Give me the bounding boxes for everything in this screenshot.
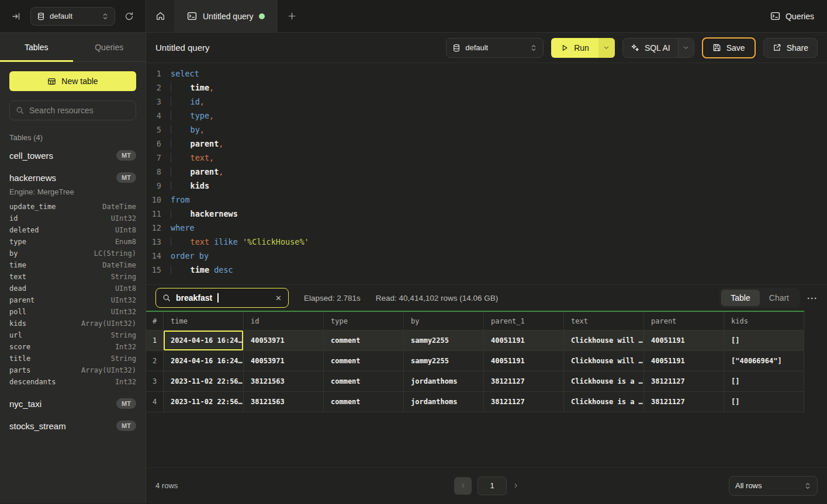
current-page-indicator[interactable]: 1 xyxy=(477,477,507,495)
schema-row[interactable]: parentUInt32 xyxy=(9,294,136,306)
sidebar-table-stocks-stream[interactable]: stocks_stream MT xyxy=(9,415,136,437)
results-search-input[interactable]: breakfast ✕ xyxy=(155,288,289,308)
sidebar-tab-queries[interactable]: Queries xyxy=(73,33,146,61)
collapse-sidebar-button[interactable] xyxy=(8,8,25,25)
sidebar-table-nyc-taxi[interactable]: nyc_taxi MT xyxy=(9,392,136,415)
code-line[interactable]: 8 parent, xyxy=(146,165,827,179)
table-cell[interactable]: comment xyxy=(324,392,404,412)
queries-button[interactable]: Queries xyxy=(770,11,814,21)
table-cell[interactable]: 38121127 xyxy=(644,392,724,412)
save-button[interactable]: Save xyxy=(702,37,756,58)
column-header[interactable]: parent_1 xyxy=(484,312,564,331)
schema-row[interactable]: urlString xyxy=(9,329,136,341)
code-line[interactable]: 3 id, xyxy=(146,95,827,109)
schema-row[interactable]: update_timeDateTime xyxy=(9,201,136,213)
column-header[interactable]: time xyxy=(164,312,244,331)
database-selector[interactable]: default xyxy=(30,7,115,26)
table-cell[interactable]: sammy2255 xyxy=(404,331,484,351)
view-mode-table[interactable]: Table xyxy=(721,290,759,306)
table-cell[interactable]: 40051191 xyxy=(644,331,724,351)
code-line[interactable]: 4 type, xyxy=(146,109,827,123)
table-cell[interactable]: Clickhouse is a … xyxy=(564,392,644,412)
sql-ai-options-button[interactable] xyxy=(678,39,694,57)
sidebar-table-cell-towers[interactable]: cell_towers MT xyxy=(9,144,136,166)
column-header[interactable]: by xyxy=(404,312,484,331)
table-cell[interactable]: sammy2255 xyxy=(404,351,484,371)
code-line[interactable]: 1select xyxy=(146,67,827,81)
code-line[interactable]: 12where xyxy=(146,221,827,235)
schema-row[interactable]: scoreInt32 xyxy=(9,341,136,353)
sidebar-tab-tables[interactable]: Tables xyxy=(0,33,73,61)
table-cell[interactable]: 40053971 xyxy=(244,351,324,371)
schema-row[interactable]: textString xyxy=(9,271,136,283)
table-cell[interactable]: 2023-11-02 22:56… xyxy=(164,392,244,412)
schema-row[interactable]: deletedUInt8 xyxy=(9,224,136,236)
code-line[interactable]: 7 text, xyxy=(146,151,827,165)
schema-row[interactable]: timeDateTime xyxy=(9,259,136,271)
code-line[interactable]: 14order by xyxy=(146,249,827,263)
table-cell[interactable]: 40051191 xyxy=(644,351,724,371)
code-line[interactable]: 15 time desc xyxy=(146,263,827,277)
code-line[interactable]: 2 time, xyxy=(146,81,827,95)
schema-row[interactable]: idUInt32 xyxy=(9,213,136,224)
table-cell[interactable]: jordanthoms xyxy=(404,371,484,392)
table-cell[interactable]: [] xyxy=(724,331,804,351)
schema-row[interactable]: deadUInt8 xyxy=(9,283,136,294)
column-header[interactable]: parent xyxy=(644,312,724,331)
table-cell[interactable]: 40051191 xyxy=(484,331,564,351)
code-line[interactable]: 6 parent, xyxy=(146,137,827,151)
schema-row[interactable]: descendantsInt32 xyxy=(9,376,136,388)
sidebar-table-hackernews[interactable]: hackernews MT xyxy=(9,166,136,189)
view-mode-chart[interactable]: Chart xyxy=(760,290,798,306)
table-cell[interactable]: comment xyxy=(324,371,404,392)
schema-row[interactable]: byLC(String) xyxy=(9,248,136,259)
code-line[interactable]: 5 by, xyxy=(146,123,827,137)
rows-per-page-selector[interactable]: All rows xyxy=(729,476,818,496)
schema-row[interactable]: partsArray(UInt32) xyxy=(9,364,136,376)
table-cell[interactable]: [] xyxy=(724,371,804,392)
table-cell[interactable]: Clickhouse will … xyxy=(564,331,644,351)
next-page-button[interactable] xyxy=(513,482,519,489)
run-button[interactable]: Run xyxy=(551,38,598,58)
sql-ai-button[interactable]: SQL AI xyxy=(623,39,678,57)
home-button[interactable] xyxy=(146,0,174,32)
table-cell[interactable]: 38121563 xyxy=(244,392,324,412)
column-header[interactable]: kids xyxy=(724,312,804,331)
code-line[interactable]: 11 hackernews xyxy=(146,207,827,221)
table-cell[interactable]: 2024-04-16 16:24… xyxy=(164,331,244,351)
table-cell[interactable]: 38121127 xyxy=(644,371,724,392)
column-header[interactable]: # xyxy=(146,312,164,331)
table-cell[interactable]: comment xyxy=(324,351,404,371)
column-header[interactable]: text xyxy=(564,312,644,331)
tab-untitled-query[interactable]: Untitled query xyxy=(174,0,278,32)
table-cell[interactable]: 40051191 xyxy=(484,351,564,371)
code-line[interactable]: 10from xyxy=(146,193,827,207)
sidebar-search-input[interactable]: Search resources xyxy=(9,100,136,120)
share-button[interactable]: Share xyxy=(763,38,818,58)
table-cell[interactable]: [] xyxy=(724,392,804,412)
schema-row[interactable]: kidsArray(UInt32) xyxy=(9,318,136,329)
refresh-button[interactable] xyxy=(121,8,137,25)
column-header[interactable]: id xyxy=(244,312,324,331)
previous-page-button[interactable] xyxy=(454,477,472,495)
table-cell[interactable]: 38121127 xyxy=(484,371,564,392)
sql-editor[interactable]: 1select2 time,3 id,4 type,5 by,6 parent,… xyxy=(146,63,827,284)
table-cell[interactable]: 40053971 xyxy=(244,331,324,351)
table-cell[interactable]: ["40066964"] xyxy=(724,351,804,371)
table-cell[interactable]: 38121563 xyxy=(244,371,324,392)
table-cell[interactable]: comment xyxy=(324,331,404,351)
table-cell[interactable]: Clickhouse will … xyxy=(564,351,644,371)
more-options-button[interactable]: ··· xyxy=(807,293,818,303)
table-cell[interactable]: jordanthoms xyxy=(404,392,484,412)
schema-row[interactable]: typeEnum8 xyxy=(9,236,136,248)
code-line[interactable]: 13 text ilike '%ClickHouse%' xyxy=(146,235,827,249)
table-cell[interactable]: 2023-11-02 22:56… xyxy=(164,371,244,392)
code-line[interactable]: 9 kids xyxy=(146,179,827,193)
table-cell[interactable]: Clickhouse is a … xyxy=(564,371,644,392)
new-table-button[interactable]: New table xyxy=(9,71,136,91)
table-cell[interactable]: 2024-04-16 16:24… xyxy=(164,351,244,371)
schema-row[interactable]: pollUInt32 xyxy=(9,306,136,318)
table-cell[interactable]: 38121127 xyxy=(484,392,564,412)
schema-row[interactable]: titleString xyxy=(9,353,136,364)
query-database-selector[interactable]: default xyxy=(446,38,544,58)
